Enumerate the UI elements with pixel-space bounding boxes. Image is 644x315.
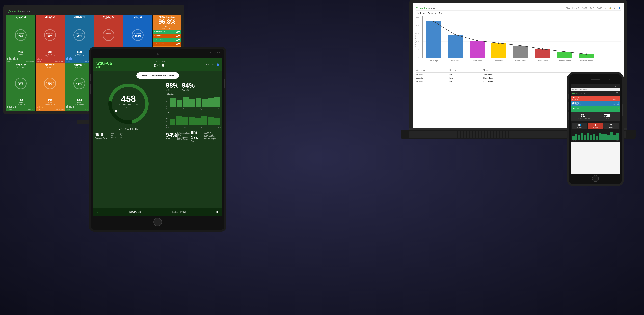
star06-job: 00111 [96, 66, 112, 69]
svg-rect-14 [535, 49, 550, 58]
phone-menu-icon[interactable]: ☰ [616, 92, 618, 95]
svg-text:Machine Problem: Machine Problem [537, 60, 548, 62]
svg-point-18 [455, 34, 456, 36]
utilization-chart: Utilization 100500 [166, 93, 221, 110]
phone-buttons: 📊 Reports ⏹ Stop Job ↺ Reset [570, 121, 620, 130]
y-axis: 500 400 300 200 100 0 [416, 16, 419, 58]
stop-icon: ⏹ [588, 124, 602, 126]
tablet-footer: ← STOP JOB REJECT PART ▣ [93, 208, 222, 216]
reports-button[interactable]: 📊 Reports [572, 123, 587, 129]
oee-downtime-row: 94% OEE 97% Availability 96% Performance… [166, 130, 221, 142]
svg-rect-10 [448, 35, 463, 58]
idle-dot [217, 64, 219, 66]
reset-icon: ↺ [604, 124, 618, 126]
star06-left: 458 OF 617 EXPECTED 0 REJECTS 27 Parts B… [93, 80, 164, 210]
svg-text:Trouble Shooting: Trouble Shooting [515, 60, 526, 62]
actual-stat: 725 ACTUAL [596, 113, 618, 120]
phone-speaker [591, 79, 600, 80]
tablet-home-button[interactable] [154, 218, 162, 226]
tablet-camera [157, 53, 159, 55]
phone-status-bar: AT&T Wi-Fi ✦ 6:09 PM ◻ 35% [570, 84, 620, 88]
chart-title: Unplanned Downtime Pareto [416, 12, 620, 15]
machine-card-citizen03: CITIZEN 03 2h · Other PARTS GOAL 25% 30 … [36, 15, 64, 63]
svg-point-17 [433, 21, 434, 22]
star06-header: Star-06 00111 DOWNTIME 0:16 17s · Idle [93, 58, 222, 71]
phone-mini-bars [572, 131, 619, 140]
expected-now-stat: 714 EXPECTED NOW [572, 113, 595, 120]
svg-point-19 [476, 40, 478, 41]
svg-point-23 [564, 51, 565, 52]
phone-home-button[interactable] [592, 175, 599, 182]
svg-text:Clean chips: Clean chips [451, 60, 459, 62]
phone-url-bar: app.machinemetrics.com [570, 88, 620, 91]
svg-text:0 REJECTS: 0 REJECTS [123, 107, 134, 109]
reject-part-button[interactable]: REJECT PART [170, 211, 186, 213]
phone-chart: 7:00 AM 7:30 PM [570, 130, 620, 142]
wc-row-7days: Last 7 Days 97% [152, 38, 182, 42]
stop-job-button[interactable]: STOP JOB [129, 211, 141, 213]
tablet-body: SAMSUNG Star-06 00111 DOWNTIME 0:16 17s … [89, 47, 226, 232]
svg-rect-11 [470, 41, 485, 58]
svg-text:Tool Change: Tool Change [429, 60, 438, 62]
phone-machine-cnc120[interactable]: CNC 120 601 Parts · 77% 47s · Idle [570, 96, 620, 101]
phone-machine-cnc133[interactable]: CNC 133 725 Parts · 101% 2m · Active [570, 106, 620, 112]
stop-job-btn[interactable]: ⏹ Stop Job [588, 123, 603, 129]
phone-machine-cnc132[interactable]: CNC 132 601 Parts · 77% 47s · Idle [570, 101, 620, 106]
phone-logo: machinemetrics [572, 93, 585, 94]
phone-camera [609, 79, 610, 80]
star06-right: 98% In Cycle 94% Parts Goal Utilization [164, 80, 222, 210]
tablet-screen: Star-06 00111 DOWNTIME 0:16 17s · Idle A… [93, 58, 222, 216]
svg-rect-9 [426, 21, 441, 58]
tv-header: machinemetrics [6, 8, 182, 15]
svg-text:458: 458 [121, 94, 136, 104]
star06-title: Star-06 [96, 61, 112, 66]
phone-body: AT&T Wi-Fi ✦ 6:09 PM ◻ 35% app.machineme… [567, 72, 624, 186]
svg-text:OF 617 EXPECTED: OF 617 EXPECTED [120, 104, 138, 106]
mc-status: 2h · Active [8, 18, 34, 20]
svg-rect-12 [492, 43, 506, 58]
reports-icon: 📊 [572, 124, 587, 126]
iphone: AT&T Wi-Fi ✦ 6:09 PM ◻ 35% app.machineme… [567, 72, 624, 186]
cnc133-dot [618, 108, 619, 109]
svg-point-24 [586, 53, 587, 55]
cnc120-dot [618, 97, 619, 98]
tv-logo: machinemetrics [8, 10, 30, 13]
svg-rect-15 [557, 52, 572, 58]
parts-behind: 27 Parts Behind [119, 127, 138, 130]
wc-row-prev-shift: Previous Shift 98% [152, 30, 182, 34]
phone-screen: AT&T Wi-Fi ✦ 6:09 PM ◻ 35% app.machineme… [570, 84, 620, 174]
svg-rect-13 [513, 46, 528, 58]
samsung-brand: SAMSUNG [210, 52, 220, 54]
pareto-chart: 500 400 300 200 100 0 Minutes of Downtim… [422, 16, 620, 63]
svg-point-0 [8, 11, 10, 13]
phone-time-labels: 7:00 AM 7:30 PM [572, 140, 619, 141]
machine-card-citizen08: CITIZEN 08 2h · Active PARTS GOAL 98% 19… [6, 63, 35, 111]
svg-point-38 [115, 110, 117, 112]
wc-row-yesterday: Yesterday 93% [152, 34, 182, 38]
wc-row-30days: Last 30 Days 90% [152, 42, 182, 46]
machine-card-citizen09: CITIZEN 09 2h · Active PARTS GOAL 87% 13… [36, 63, 64, 111]
monitor-icon: ▣ [216, 210, 219, 214]
y-axis-label: Minutes of Downtime [414, 33, 416, 47]
svg-text:Maintenance: Maintenance [494, 60, 503, 62]
star06-idle: 17s · Idle [206, 63, 219, 66]
mc-title: CITIZEN 01 [8, 16, 34, 18]
cnc132-dot [618, 102, 619, 104]
svg-point-1 [416, 7, 418, 9]
machine-card-citizen01: CITIZEN 01 2h · Active PARTS GOAL 96% 23… [6, 15, 35, 63]
svg-text:Bar Feeder Problem: Bar Feeder Problem [558, 60, 571, 62]
cycle-info: 46.6 Expected Cycle 47.6 Last Cycle 47.7… [94, 132, 162, 139]
back-button[interactable]: ← [96, 210, 100, 214]
parts-gauge: 458 OF 617 EXPECTED 0 REJECTS [107, 82, 150, 126]
svg-point-20 [498, 43, 500, 44]
svg-point-22 [542, 48, 543, 50]
add-downtime-button[interactable]: ADD DOWNTIME REASON [136, 73, 179, 79]
star06-main: 458 OF 617 EXPECTED 0 REJECTS 27 Parts B… [93, 80, 222, 210]
perf-stats: 98% In Cycle 94% Parts Goal [166, 82, 221, 92]
reset-button[interactable]: ↺ Reset [604, 123, 619, 129]
phone-stats: 714 EXPECTED NOW 725 ACTUAL [570, 112, 620, 121]
star06-downtime: DOWNTIME 0:16 [152, 60, 166, 69]
phone-app-header: machinemetrics ☰ [570, 91, 620, 96]
samsung-tablet: SAMSUNG Star-06 00111 DOWNTIME 0:16 17s … [89, 47, 226, 232]
svg-point-21 [520, 45, 522, 46]
